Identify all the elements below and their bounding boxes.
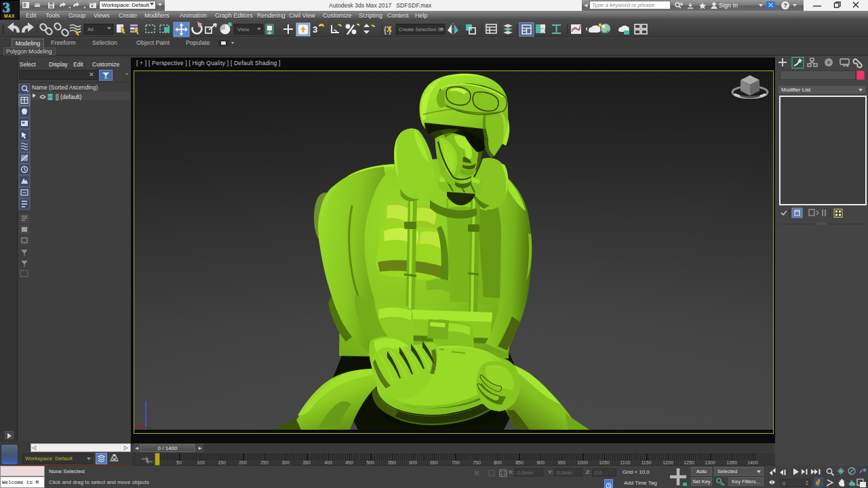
svg-text:Create Selection Se: Create Selection Se [399,26,444,33]
svg-text:3: 3 [313,24,317,35]
svg-text:{: { [384,25,387,35]
svg-text:0: 0 [783,481,785,487]
svg-text:View: View [237,26,249,33]
svg-text:All: All [87,26,94,33]
